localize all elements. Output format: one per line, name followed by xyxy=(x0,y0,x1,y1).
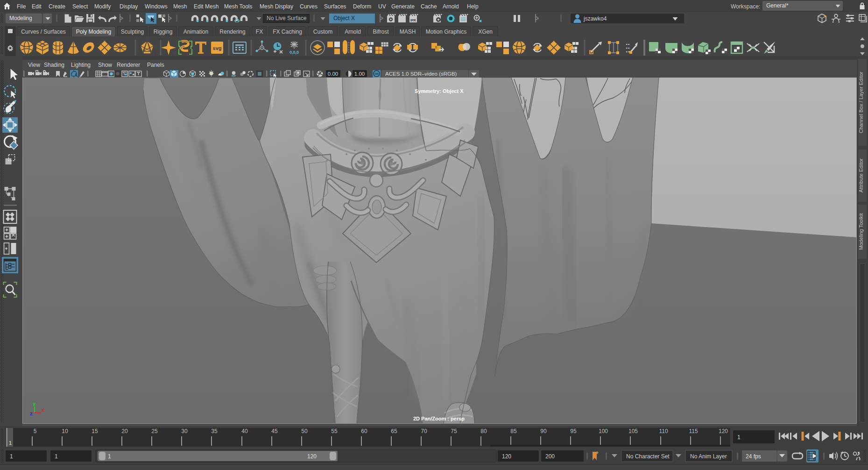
svg-text:40: 40 xyxy=(241,428,248,434)
svg-text:z: z xyxy=(30,411,33,416)
svg-text:25: 25 xyxy=(151,428,158,434)
svg-text:5: 5 xyxy=(34,428,37,434)
svg-text:110: 110 xyxy=(659,428,668,434)
svg-text:45: 45 xyxy=(271,428,278,434)
svg-text:y: y xyxy=(33,401,36,406)
svg-text:1: 1 xyxy=(737,434,741,441)
svg-text:No Anim Layer: No Anim Layer xyxy=(690,453,727,460)
svg-text:55: 55 xyxy=(331,428,338,434)
svg-text:200: 200 xyxy=(545,453,555,460)
svg-text:1: 1 xyxy=(9,440,12,446)
svg-text:85: 85 xyxy=(510,428,517,434)
svg-text:15: 15 xyxy=(92,428,98,434)
svg-text:x: x xyxy=(42,407,45,413)
svg-text:IPR: IPR xyxy=(410,19,416,22)
svg-text:10: 10 xyxy=(62,428,68,434)
svg-text:1: 1 xyxy=(55,453,58,460)
svg-text:120: 120 xyxy=(307,453,317,460)
svg-text:0.00: 0.00 xyxy=(328,71,338,77)
svg-text:105: 105 xyxy=(628,428,638,434)
svg-text:90: 90 xyxy=(540,428,547,434)
svg-text:1: 1 xyxy=(10,453,13,460)
svg-text:Symmetry: Object X: Symmetry: Object X xyxy=(415,88,464,94)
svg-text:1: 1 xyxy=(108,453,111,460)
svg-text:No Character Set: No Character Set xyxy=(626,453,670,460)
svg-text:24 fps: 24 fps xyxy=(746,453,761,460)
svg-text:2D Pan/Zoom : persp: 2D Pan/Zoom : persp xyxy=(413,416,465,421)
svg-text:115: 115 xyxy=(689,428,698,434)
svg-text:120: 120 xyxy=(502,453,511,460)
svg-text:100: 100 xyxy=(599,428,608,434)
svg-text:95: 95 xyxy=(570,428,577,434)
svg-text:70: 70 xyxy=(421,428,427,434)
svg-text:ACES 1.0 SDR–video (sRGB): ACES 1.0 SDR–video (sRGB) xyxy=(385,71,457,77)
svg-text:1.00: 1.00 xyxy=(354,71,365,77)
svg-text:35: 35 xyxy=(211,428,218,434)
svg-text:20: 20 xyxy=(121,428,128,434)
svg-text:50: 50 xyxy=(301,428,308,434)
svg-text:ON: ON xyxy=(374,72,378,75)
svg-text:60: 60 xyxy=(361,428,367,434)
svg-text:80: 80 xyxy=(480,428,487,434)
svg-text:65: 65 xyxy=(391,428,397,434)
svg-text:120: 120 xyxy=(719,428,728,434)
svg-text:30: 30 xyxy=(181,428,188,434)
svg-text:75: 75 xyxy=(451,428,457,434)
